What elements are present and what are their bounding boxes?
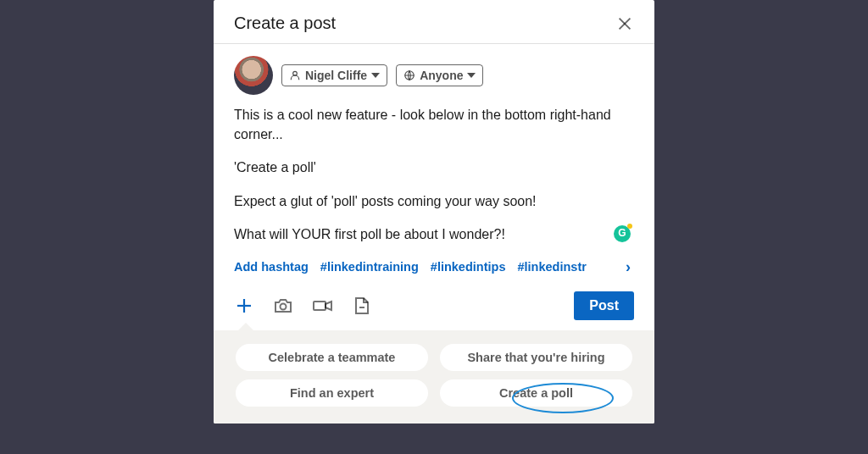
modal-title: Create a post bbox=[234, 14, 336, 33]
add-hashtag-button[interactable]: Add hashtag bbox=[234, 260, 309, 274]
post-line: This is a cool new feature - look below … bbox=[234, 105, 634, 144]
post-line: Expect a glut of 'poll' posts coming you… bbox=[234, 191, 634, 211]
celebrate-teammate-button[interactable]: Celebrate a teammate bbox=[236, 344, 428, 371]
post-textarea[interactable]: This is a cool new feature - look below … bbox=[214, 100, 654, 244]
video-icon[interactable] bbox=[312, 296, 334, 316]
panel-caret-icon bbox=[237, 323, 254, 331]
modal-header: Create a post bbox=[214, 0, 654, 44]
svg-rect-7 bbox=[314, 302, 326, 310]
create-post-modal: Create a post Nigel Cliffe Anyone This i… bbox=[214, 0, 654, 424]
hashtag-row: Add hashtag #linkedintraining #linkedint… bbox=[214, 257, 654, 283]
svg-point-2 bbox=[293, 71, 298, 75]
post-button[interactable]: Post bbox=[574, 291, 634, 320]
author-selector[interactable]: Nigel Cliffe bbox=[281, 64, 387, 86]
author-name: Nigel Cliffe bbox=[305, 69, 367, 82]
hashtag-suggestions: #linkedintraining #linkedintips #linkedi… bbox=[320, 260, 587, 274]
chevron-down-icon bbox=[467, 71, 476, 80]
find-expert-button[interactable]: Find an expert bbox=[236, 379, 428, 407]
visibility-label: Anyone bbox=[420, 69, 463, 82]
share-hiring-button[interactable]: Share that you're hiring bbox=[440, 344, 632, 371]
chevron-down-icon bbox=[371, 71, 380, 80]
create-poll-button[interactable]: Create a poll bbox=[440, 379, 632, 407]
post-line: What will YOUR first poll be about I won… bbox=[234, 224, 634, 244]
plus-icon[interactable] bbox=[234, 296, 254, 316]
hashtag[interactable]: #linkedinstr bbox=[517, 260, 586, 274]
action-bar: Post bbox=[214, 283, 654, 330]
camera-icon[interactable] bbox=[273, 296, 293, 316]
document-icon[interactable] bbox=[353, 296, 371, 316]
hashtag[interactable]: #linkedintraining bbox=[320, 260, 419, 274]
svg-point-6 bbox=[281, 303, 287, 309]
close-icon[interactable] bbox=[615, 14, 634, 33]
grammarly-icon[interactable]: G bbox=[614, 225, 631, 242]
avatar[interactable] bbox=[234, 56, 273, 95]
expand-panel: Celebrate a teammate Share that you're h… bbox=[214, 330, 654, 424]
chevron-right-icon[interactable]: › bbox=[626, 259, 634, 274]
chip-grid: Celebrate a teammate Share that you're h… bbox=[236, 344, 632, 407]
hashtag[interactable]: #linkedintips bbox=[431, 260, 506, 274]
visibility-selector[interactable]: Anyone bbox=[396, 64, 483, 86]
author-row: Nigel Cliffe Anyone bbox=[214, 44, 654, 100]
globe-icon bbox=[403, 69, 415, 81]
post-line: 'Create a poll' bbox=[234, 158, 634, 177]
person-icon bbox=[289, 69, 301, 81]
